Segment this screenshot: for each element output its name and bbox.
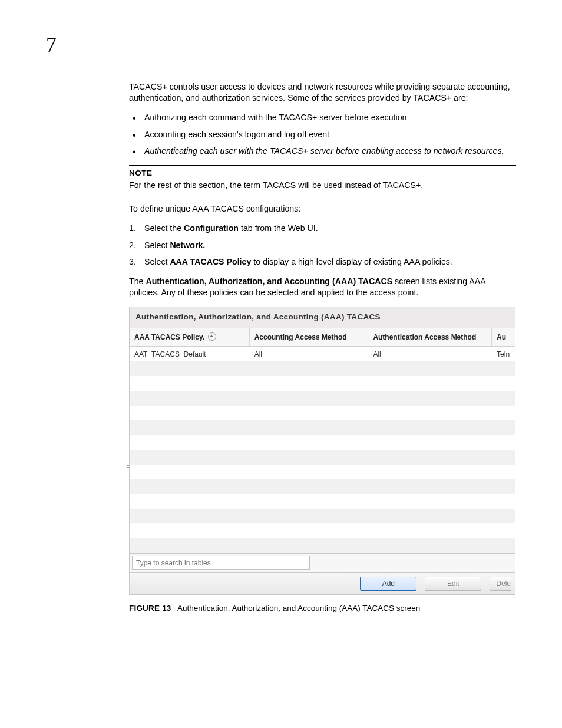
result-paragraph: The Authentication, Authorization, and A… xyxy=(129,276,516,298)
resize-handle-icon xyxy=(127,463,129,476)
table-row xyxy=(130,420,515,435)
list-item: Accounting each session's logon and log … xyxy=(129,129,516,140)
step-item: Select Network. xyxy=(129,240,516,251)
table-row xyxy=(130,465,515,479)
edit-button[interactable]: Edit xyxy=(425,577,481,591)
table-row xyxy=(130,523,515,538)
note-text: For the rest of this section, the term T… xyxy=(129,180,516,191)
table-row xyxy=(130,479,515,494)
table-header-row: AAA TACACS Policy. Accounting Access Met… xyxy=(130,328,515,347)
step-item: Select AAA TACACS Policy to display a hi… xyxy=(129,256,516,268)
chapter-number: 7 xyxy=(46,31,57,60)
table-row xyxy=(130,406,515,420)
note-block: NOTE For the rest of this section, the t… xyxy=(129,165,516,195)
table-row xyxy=(130,494,515,509)
lead-in-paragraph: To define unique AAA TACACS configuratio… xyxy=(129,203,516,215)
list-item: Authorizing each command with the TACACS… xyxy=(129,112,516,123)
table-row xyxy=(130,509,515,523)
sort-dot: . xyxy=(203,333,204,341)
figure-caption: FIGURE 13 Authentication, Authorization,… xyxy=(129,603,516,614)
column-header-policy[interactable]: AAA TACACS Policy. xyxy=(130,328,250,346)
table-row[interactable]: AAT_TACACS_DefaultAllAllTeln xyxy=(130,347,515,361)
list-item-text: Authenticating each user with the TACACS… xyxy=(144,146,504,156)
table-row xyxy=(130,435,515,450)
search-input[interactable] xyxy=(132,556,310,570)
cell-authentication: All xyxy=(368,347,492,361)
feature-list: Authorizing each command with the TACACS… xyxy=(129,112,516,157)
cell-policy: AAT_TACACS_Default xyxy=(130,347,250,361)
table-search-bar xyxy=(130,553,515,572)
list-item-text: Authorizing each command with the TACACS… xyxy=(144,113,406,122)
table-row xyxy=(130,450,515,465)
figure-caption-text: Authentication, Authorization, and Accou… xyxy=(177,604,420,612)
note-label: NOTE xyxy=(129,168,516,179)
step-item: Select the Configuration tab from the We… xyxy=(129,223,516,234)
panel-title: Authentication, Authorization, and Accou… xyxy=(130,307,515,328)
figure-label: FIGURE 13 xyxy=(129,604,171,612)
table-footer-bar: Add Edit Dele xyxy=(130,572,515,594)
list-item-text: Accounting each session's logon and log … xyxy=(144,130,329,139)
cell-partial: Teln xyxy=(492,347,515,361)
table-row xyxy=(130,391,515,406)
intro-paragraph: TACACS+ controls user access to devices … xyxy=(129,81,516,104)
add-button[interactable]: Add xyxy=(360,577,416,591)
table-row xyxy=(130,376,515,391)
screenshot-panel: Authentication, Authorization, and Accou… xyxy=(129,307,515,595)
steps-list: Select the Configuration tab from the We… xyxy=(129,223,516,268)
table-row xyxy=(130,361,515,376)
sort-asc-icon[interactable] xyxy=(208,332,216,341)
column-header-accounting[interactable]: Accounting Access Method xyxy=(250,328,369,346)
column-header-authentication[interactable]: Authentication Access Method xyxy=(368,328,492,346)
cell-accounting: All xyxy=(250,347,369,361)
table-body: AAT_TACACS_DefaultAllAllTeln xyxy=(130,347,515,553)
list-item: Authenticating each user with the TACACS… xyxy=(129,146,516,157)
table-row xyxy=(130,538,515,553)
column-header-partial[interactable]: Au xyxy=(492,328,515,346)
delete-button[interactable]: Dele xyxy=(490,577,511,591)
